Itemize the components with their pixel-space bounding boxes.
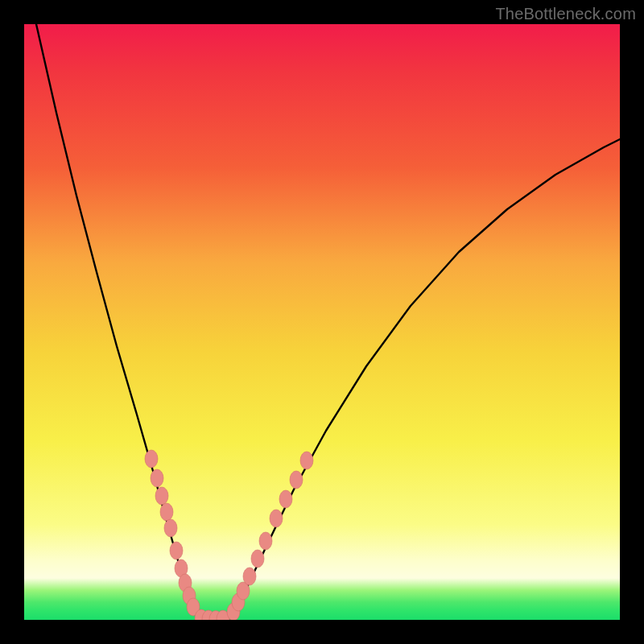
data-bead [145, 450, 158, 468]
data-bead [170, 542, 183, 559]
chart-frame: TheBottleneck.com [0, 0, 644, 644]
data-bead [270, 510, 283, 527]
data-bead [300, 452, 313, 469]
watermark-text: TheBottleneck.com [495, 5, 636, 23]
bottleneck-curve [36, 24, 620, 620]
data-bead [251, 550, 264, 568]
plot-area [24, 24, 620, 620]
bead-group [145, 450, 313, 620]
data-bead [259, 532, 272, 550]
data-bead [164, 519, 177, 537]
data-bead [290, 471, 303, 489]
data-bead [155, 487, 168, 505]
data-bead [279, 490, 292, 508]
curve-svg [24, 24, 620, 620]
data-bead [151, 469, 163, 487]
data-bead [160, 503, 173, 521]
data-bead [243, 568, 256, 585]
